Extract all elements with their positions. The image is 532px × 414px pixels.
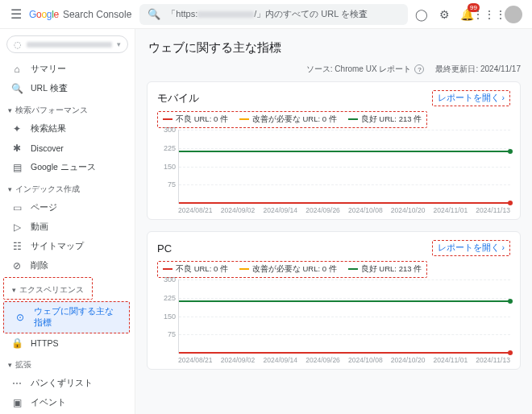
sidebar-group-perf[interactable]: ▾検索パフォーマンス	[0, 98, 135, 119]
sidebar-item[interactable]: ⋯パンくずリスト	[0, 374, 135, 393]
sidebar-item-label: HTTPS	[31, 338, 58, 348]
chevron-down-icon: ▾	[12, 286, 16, 294]
sidebar-group-index[interactable]: ▾インデックス作成	[0, 177, 135, 198]
sidebar-item[interactable]: ☷サイトマップ	[0, 237, 135, 256]
sidebar-item-label: ウェブに関する主な指標	[34, 306, 121, 329]
sidebar-group-exp[interactable]: ▾エクスペリエンス	[3, 277, 93, 300]
hamburger-icon[interactable]: ☰	[6, 6, 26, 22]
chevron-down-icon: ▾	[8, 185, 12, 193]
chart-legend: 不良 URL: 0 件改善が必要な URL: 0 件良好 URL: 213 件	[157, 111, 427, 128]
meta-row: ソース: Chrome UX レポート ? 最終更新日: 2024/11/17	[147, 64, 521, 81]
sidebar-item-label: 削除	[31, 260, 48, 271]
cal-icon: ▣	[11, 397, 23, 408]
sidebar-item[interactable]: ⊘削除	[0, 256, 135, 275]
home-icon: ⌂	[11, 64, 23, 75]
sidebar-item[interactable]: ▣イベント	[0, 393, 135, 412]
legend-item: 改善が必要な URL: 0 件	[239, 114, 337, 125]
legend-item: 改善が必要な URL: 0 件	[239, 264, 337, 275]
app-header: ☰ Google Search Console 🔍 「https: /」内のすべ…	[0, 0, 532, 29]
sidebar-item-label: イベント	[31, 397, 66, 408]
line-chart: 75150225300	[178, 130, 510, 204]
video-icon: ▷	[11, 221, 23, 233]
sidebar-item-label: ページ	[31, 202, 57, 213]
mag-icon: 🔍	[11, 83, 23, 94]
avatar[interactable]	[505, 6, 522, 23]
sidebar-item[interactable]: ✦検索結果	[0, 119, 135, 139]
sidebar-item[interactable]: ✱Discover	[0, 139, 135, 158]
x-axis: 2024/08/212024/09/022024/09/142024/09/26…	[178, 204, 510, 214]
globe-icon: ◌	[14, 39, 22, 50]
sidebar-item-label: Google ニュース	[31, 162, 96, 173]
card-title: モバイル	[157, 91, 199, 106]
sidebar-item-label: 検索結果	[31, 123, 66, 135]
redacted-property	[27, 42, 112, 48]
help-badge-icon[interactable]: ?	[414, 64, 424, 74]
header-actions: ◯ ⚙ 🔔99 ⋮⋮⋮	[411, 6, 526, 23]
speed-icon: ⊙	[15, 312, 26, 323]
chart-card: PCレポートを開く ›不良 URL: 0 件改善が必要な URL: 0 件良好 …	[147, 231, 521, 370]
chevron-down-icon: ▾	[8, 361, 12, 369]
sidebar-item[interactable]: ▤Google ニュース	[0, 158, 135, 177]
sidebar-item-label: パンくずリスト	[31, 378, 93, 389]
chart-legend: 不良 URL: 0 件改善が必要な URL: 0 件良好 URL: 213 件	[157, 261, 427, 278]
sidebar-item[interactable]: 🔍URL 検査	[0, 79, 135, 98]
x-axis: 2024/08/212024/09/022024/09/142024/09/26…	[178, 354, 510, 364]
lock-icon: 🔒	[11, 337, 23, 349]
sidebar-item[interactable]: ⌂サマリー	[0, 60, 135, 79]
news-icon: ▤	[11, 162, 23, 173]
legend-item: 不良 URL: 0 件	[163, 264, 228, 275]
map-icon: ☷	[11, 241, 23, 252]
main-content: ウェブに関する主な指標 ソース: Chrome UX レポート ? 最終更新日:…	[135, 29, 532, 414]
search-icon: 🔍	[148, 8, 160, 20]
sidebar-item[interactable]: ▷動画	[0, 217, 135, 237]
sidebar-item-label: サマリー	[31, 64, 66, 75]
crumbs-icon: ⋯	[11, 378, 23, 389]
trash-icon: ⊘	[11, 260, 23, 271]
apps-icon[interactable]: ⋮⋮⋮	[482, 7, 497, 22]
sidebar: ◌ ▾ ⌂サマリー🔍URL 検査▾検索パフォーマンス✦検索結果✱Discover…	[0, 29, 135, 414]
gear-icon: ✦	[11, 123, 23, 135]
open-report-link[interactable]: レポートを開く ›	[432, 90, 510, 106]
legend-item: 不良 URL: 0 件	[163, 114, 228, 125]
card-title: PC	[157, 242, 172, 255]
logo[interactable]: Google Search Console	[29, 9, 136, 20]
open-report-link[interactable]: レポートを開く ›	[432, 240, 510, 256]
sidebar-item[interactable]: 🔒HTTPS	[0, 333, 135, 353]
page-icon: ▭	[11, 202, 23, 213]
chevron-down-icon: ▾	[8, 106, 12, 114]
legend-item: 良好 URL: 213 件	[348, 264, 422, 275]
sidebar-item[interactable]: ▭ページ	[0, 198, 135, 217]
help-icon[interactable]: ◯	[414, 7, 429, 22]
page-title: ウェブに関する主な指標	[147, 35, 521, 64]
legend-item: 良好 URL: 213 件	[348, 114, 422, 125]
sidebar-item[interactable]: ⊙ウェブに関する主な指標	[3, 301, 130, 333]
line-chart: 75150225300	[178, 279, 510, 354]
redacted-domain	[197, 11, 254, 18]
property-selector[interactable]: ◌ ▾	[6, 35, 128, 53]
url-inspect-search[interactable]: 🔍 「https: /」内のすべての URL を検査	[139, 4, 408, 25]
sidebar-item-label: URL 検査	[31, 83, 68, 94]
chevron-down-icon: ▾	[117, 40, 121, 48]
chevron-right-icon: ›	[502, 93, 505, 102]
sidebar-item-label: 動画	[31, 221, 48, 233]
chart-card: モバイルレポートを開く ›不良 URL: 0 件改善が必要な URL: 0 件良…	[147, 81, 521, 220]
star-icon: ✱	[11, 143, 23, 154]
sidebar-item-label: サイトマップ	[31, 241, 84, 252]
sidebar-group-enh[interactable]: ▾拡張	[0, 353, 135, 374]
users-icon[interactable]: ⚙	[437, 7, 451, 22]
chevron-right-icon: ›	[502, 242, 505, 252]
product-name: Search Console	[63, 9, 131, 20]
sidebar-item-label: Discover	[31, 143, 64, 153]
